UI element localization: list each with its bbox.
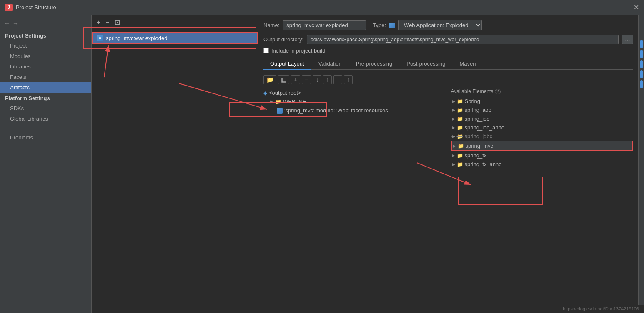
type-label: Type: — [373, 22, 386, 28]
available-elements: Available Elements ? ▶ 📁 Spring ▶ 📁 spri… — [451, 88, 634, 308]
available-elements-title: Available Elements ? — [451, 88, 634, 94]
content-sort-down-button[interactable]: ↓ — [333, 75, 342, 84]
artifact-list: spring_mvc:war exploded — [92, 30, 258, 313]
content-area: 📁 ▦ + − ↓ ↑ ↓ ↑ ◆ <output root> ▶ — [263, 73, 633, 308]
main-container: ← → Project Settings Project Modules Lib… — [0, 15, 644, 313]
scroll-indicator-1 — [640, 40, 643, 48]
web-inf-label: WEB-INF — [283, 98, 306, 105]
output-root-label: <output root> — [269, 90, 301, 96]
content-add-button[interactable]: + — [291, 75, 300, 84]
avail-item-spring-tx-anno[interactable]: ▶ 📁 spring_tx_anno — [451, 160, 634, 169]
tree-item-spring-mvc-module: 'spring_mvc' module: 'Web' facet resourc… — [263, 106, 446, 115]
name-input[interactable] — [283, 20, 366, 30]
detail-panel: Name: Type: Web Application: Exploded Ou… — [258, 15, 638, 313]
sidebar-item-problems[interactable]: Problems — [0, 132, 91, 143]
folder-icon-spring-mvc: 📁 — [458, 143, 464, 149]
avail-item-spring-mvc[interactable]: ▶ 📁 spring_mvc — [451, 141, 634, 151]
scroll-indicator-3 — [640, 60, 643, 68]
scroll-indicator-4 — [640, 70, 643, 78]
avail-item-spring-aop[interactable]: ▶ 📁 spring_aop — [451, 106, 634, 114]
content-move-up-button[interactable]: ↑ — [323, 75, 332, 84]
content-module-button[interactable]: ▦ — [278, 75, 289, 84]
include-build-checkbox[interactable] — [263, 48, 269, 53]
tab-validation[interactable]: Validation — [312, 58, 348, 70]
forward-arrow[interactable]: → — [13, 20, 18, 27]
expand-arrow-spring-jdbc: ▶ — [452, 134, 455, 139]
content-remove-button[interactable]: − — [302, 75, 311, 84]
sidebar-item-sdks[interactable]: SDKs — [0, 103, 91, 114]
avail-item-spring-ioc[interactable]: ▶ 📁 spring_ioc — [451, 114, 634, 123]
browse-button[interactable]: … — [622, 35, 633, 44]
folder-icon-spring-ioc-anno: 📁 — [457, 125, 463, 131]
sidebar-item-project[interactable]: Project — [0, 40, 91, 51]
folder-icon-web-inf: 📁 — [275, 99, 281, 105]
output-dir-input[interactable] — [307, 35, 619, 44]
expand-arrow-spring-tx-anno: ▶ — [452, 162, 455, 167]
scroll-indicator-2 — [640, 50, 643, 58]
sidebar-item-modules[interactable]: Modules — [0, 51, 91, 61]
expand-arrow-spring-ioc: ▶ — [452, 116, 455, 121]
folder-icon-spring-tx-anno: 📁 — [457, 162, 463, 167]
type-icon — [389, 23, 395, 28]
remove-artifact-button[interactable]: − — [104, 18, 111, 27]
expand-arrow-spring-tx: ▶ — [452, 153, 455, 158]
back-arrow[interactable]: ← — [4, 20, 10, 27]
tree-item-output-root: ◆ <output root> — [263, 88, 446, 97]
folder-icon-spring-tx: 📁 — [457, 153, 463, 159]
avail-item-spring-tx[interactable]: ▶ 📁 spring_tx — [451, 151, 634, 160]
expand-arrow-spring: ▶ — [452, 99, 455, 103]
artifact-icon — [97, 35, 103, 41]
tabs-bar: Output Layout Validation Pre-processing … — [263, 58, 633, 70]
spring-mvc-module-label: 'spring_mvc' module: 'Web' facet resourc… — [284, 107, 388, 114]
avail-item-spring-jdbc[interactable]: ▶ 📁 spring_jdbc — [451, 132, 634, 141]
artifact-toolbar: + − ⊡ — [92, 15, 258, 30]
name-field: Name: — [263, 20, 366, 30]
tab-maven[interactable]: Maven — [453, 58, 482, 70]
content-move-down-button[interactable]: ↓ — [313, 75, 321, 84]
tree-item-web-inf: ▶ 📁 WEB-INF — [263, 97, 446, 106]
include-build-label: Include in project build — [271, 48, 325, 54]
tab-pre-processing[interactable]: Pre-processing — [349, 58, 399, 70]
split-content: ◆ <output root> ▶ 📁 WEB-INF 'spring_mvc'… — [263, 88, 633, 308]
detail-header: Name: Type: Web Application: Exploded — [263, 20, 633, 30]
content-folder-button[interactable]: 📁 — [263, 75, 276, 84]
sidebar-item-facets[interactable]: Facets — [0, 72, 91, 82]
title-bar-left: J Project Structure — [5, 4, 56, 11]
title-bar: J Project Structure ✕ — [0, 0, 644, 15]
expand-arrow-spring-mvc: ▶ — [453, 144, 456, 148]
avail-item-spring[interactable]: ▶ 📁 Spring — [451, 97, 634, 106]
tree-arrow-web-inf[interactable]: ▶ — [270, 99, 273, 104]
help-icon: ? — [495, 89, 501, 94]
module-icon — [277, 108, 283, 114]
scroll-indicator-5 — [640, 80, 643, 88]
type-field: Type: Web Application: Exploded — [373, 20, 482, 30]
sidebar-item-artifacts[interactable]: Artifacts — [0, 82, 91, 93]
window-title: Project Structure — [16, 4, 56, 10]
output-dir-label: Output directory: — [263, 36, 303, 43]
type-select[interactable]: Web Application: Exploded — [398, 20, 482, 30]
copy-artifact-button[interactable]: ⊡ — [113, 18, 122, 27]
content-toolbar: 📁 ▦ + − ↓ ↑ ↓ ↑ — [263, 73, 633, 86]
sidebar-item-libraries[interactable]: Libraries — [0, 61, 91, 72]
add-artifact-button[interactable]: + — [95, 18, 102, 27]
nav-arrows: ← → — [0, 18, 91, 30]
expand-arrow-spring-aop: ▶ — [452, 108, 455, 112]
avail-item-spring-ioc-anno[interactable]: ▶ 📁 spring_ioc_anno — [451, 123, 634, 132]
diamond-icon: ◆ — [263, 90, 267, 96]
content-sort-up-button[interactable]: ↑ — [344, 75, 353, 84]
platform-settings-header: Platform Settings — [0, 93, 91, 103]
file-tree: ◆ <output root> ▶ 📁 WEB-INF 'spring_mvc'… — [263, 88, 446, 308]
bottom-bar: https://blog.csdn.net/Dan1374219106 — [558, 305, 644, 313]
include-build-row: Include in project build — [263, 48, 633, 54]
artifact-item-war-exploded[interactable]: spring_mvc:war exploded — [92, 32, 258, 44]
tab-output-layout[interactable]: Output Layout — [263, 58, 311, 70]
name-label: Name: — [263, 22, 279, 28]
project-settings-header: Project Settings — [0, 30, 91, 40]
close-button[interactable]: ✕ — [634, 3, 639, 11]
sidebar-item-global-libraries[interactable]: Global Libraries — [0, 114, 91, 124]
expand-arrow-spring-ioc-anno: ▶ — [452, 125, 455, 130]
folder-icon-spring-ioc: 📁 — [457, 116, 463, 122]
sidebar: ← → Project Settings Project Modules Lib… — [0, 15, 92, 313]
artifact-name: spring_mvc:war exploded — [106, 35, 167, 41]
tab-post-processing[interactable]: Post-processing — [400, 58, 452, 70]
